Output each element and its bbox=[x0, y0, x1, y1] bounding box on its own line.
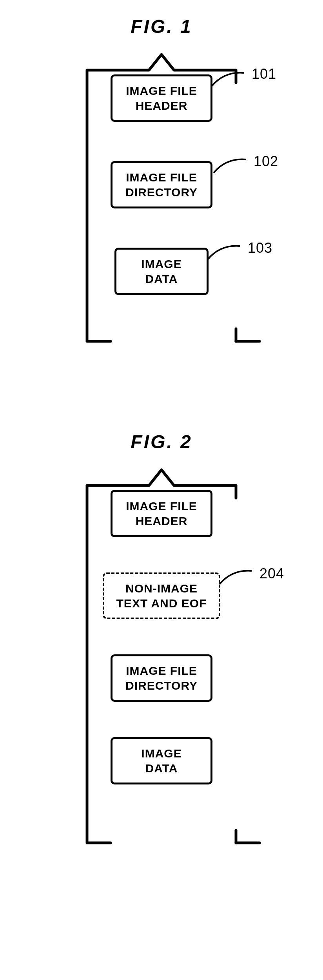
block-non-image-text-eof: NON-IMAGE TEXT AND EOF bbox=[103, 572, 220, 619]
leader-line bbox=[216, 567, 263, 591]
ref-102: 102 bbox=[254, 153, 278, 170]
ref-103: 103 bbox=[248, 240, 272, 256]
figure-2: FIG. 2 IMAGE FILE HEADER NON-IMAGE TEXT … bbox=[36, 431, 287, 870]
block-image-file-directory: IMAGE FILE DIRECTORY bbox=[111, 654, 212, 702]
page: FIG. 1 IMAGE FILE HEADER 101 IMAGE FILE … bbox=[0, 0, 323, 964]
block-image-file-header: IMAGE FILE HEADER bbox=[111, 74, 212, 122]
figure-2-title: FIG. 2 bbox=[36, 431, 287, 453]
ref-204: 204 bbox=[259, 565, 284, 582]
ref-101: 101 bbox=[252, 66, 276, 82]
figure-1-title: FIG. 1 bbox=[36, 16, 287, 37]
figure-1: FIG. 1 IMAGE FILE HEADER 101 IMAGE FILE … bbox=[36, 16, 287, 368]
leader-line bbox=[209, 67, 256, 91]
leader-line bbox=[205, 241, 252, 265]
block-image-file-header: IMAGE FILE HEADER bbox=[111, 490, 212, 537]
leader-line bbox=[210, 155, 258, 178]
figure-2-stack: IMAGE FILE HEADER NON-IMAGE TEXT AND EOF… bbox=[36, 490, 287, 784]
block-image-data: IMAGE DATA bbox=[111, 737, 212, 784]
block-image-file-directory: IMAGE FILE DIRECTORY bbox=[111, 161, 212, 208]
block-image-data: IMAGE DATA bbox=[114, 248, 209, 295]
figure-1-stack: IMAGE FILE HEADER 101 IMAGE FILE DIRECTO… bbox=[36, 74, 287, 295]
